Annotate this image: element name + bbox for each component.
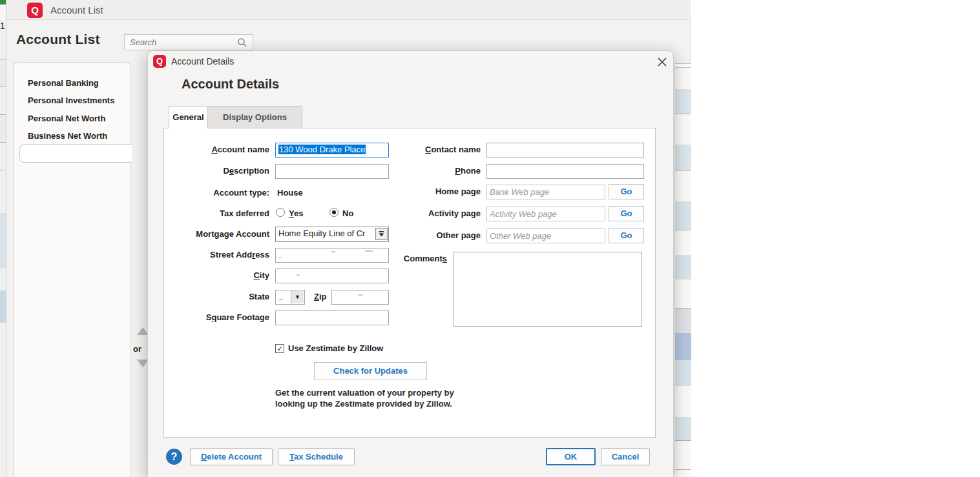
close-icon[interactable] <box>656 56 669 68</box>
check-for-updates-button[interactable]: Check for Updates <box>314 362 427 380</box>
cancel-button[interactable]: Cancel <box>601 448 650 465</box>
quicken-logo-icon: Q <box>27 3 43 18</box>
decor-stripe <box>675 333 691 360</box>
home-page-field[interactable] <box>486 185 605 199</box>
other-page-go-button[interactable]: Go <box>609 228 644 243</box>
tab-display-options[interactable]: Display Options <box>208 106 302 128</box>
redaction-artifact <box>358 294 363 296</box>
square-footage-label: Square Footage <box>164 312 269 322</box>
redaction-artifact <box>279 299 283 300</box>
decor-stripe <box>675 441 691 469</box>
search-icon <box>237 37 247 48</box>
state-label: State <box>164 292 269 301</box>
mortgage-account-value: Home Equity Line of Cr <box>278 228 374 238</box>
home-page-go-button[interactable]: Go <box>609 184 644 199</box>
redaction-artifact <box>297 274 300 276</box>
account-rows-sliver <box>675 0 691 477</box>
chevron-down-icon[interactable]: ▼ <box>291 291 304 303</box>
decor-stripe <box>675 114 691 145</box>
dialog-heading: Account Details <box>182 77 279 92</box>
decor-stripe <box>0 59 6 86</box>
contact-name-field[interactable] <box>486 143 644 157</box>
decor-stripe <box>0 143 6 170</box>
redaction-artifact <box>365 250 373 252</box>
tax-deferred-yes-radio[interactable] <box>276 208 285 217</box>
sidebar-item-all-accounts[interactable]: All Accounts <box>19 144 132 163</box>
phone-label: Phone <box>384 166 481 176</box>
sidebar-item-business-net-worth[interactable]: Business Net Worth <box>14 127 130 145</box>
comments-label: Comments <box>384 254 447 263</box>
sliver-number: 1 <box>0 21 5 31</box>
decor-stripe <box>675 279 691 308</box>
redaction-artifact <box>278 257 281 258</box>
tax-deferred-no-label[interactable]: No <box>342 208 353 218</box>
general-tab-panel: Account name 130 Wood Drake Place Descri… <box>163 128 656 438</box>
sidebar-item-personal-net-worth[interactable]: Personal Net Worth <box>14 110 130 127</box>
window-title: Account List <box>50 5 103 15</box>
reorder-or-label: or <box>133 344 141 354</box>
zip-label: Zip <box>314 292 327 301</box>
decor-stripe <box>0 323 6 477</box>
account-details-dialog: Q Account Details Account Details Genera… <box>147 50 674 477</box>
zip-field[interactable] <box>331 290 389 305</box>
decor-stripe <box>675 418 691 440</box>
account-type-value: House <box>277 188 303 198</box>
mortgage-account-combo[interactable]: Home Equity Line of Cr <box>275 227 389 242</box>
help-button[interactable]: ? <box>166 449 182 465</box>
square-footage-field[interactable] <box>275 310 389 325</box>
zestimate-info-line1: Get the current valuation of your proper… <box>275 387 454 398</box>
decor-stripe <box>675 470 691 477</box>
activity-page-label: Activity page <box>384 208 481 218</box>
selected-text: 130 Wood Drake Place <box>278 145 366 154</box>
tab-general[interactable]: General <box>169 106 208 128</box>
quicken-logo-icon: Q <box>153 55 166 68</box>
phone-field[interactable] <box>486 164 644 179</box>
tax-deferred-label: Tax deferred <box>164 208 269 218</box>
decor-stripe <box>675 68 691 89</box>
tax-schedule-button[interactable]: Tax Schedule <box>278 448 355 465</box>
sidebar-item-personal-banking[interactable]: Personal Banking <box>14 74 130 92</box>
other-page-label: Other page <box>384 230 481 240</box>
decor-stripe <box>0 213 6 268</box>
other-page-field[interactable] <box>486 228 605 243</box>
street-address-field[interactable] <box>275 248 389 263</box>
decor-stripe <box>675 255 691 279</box>
decor-stripe <box>675 201 691 231</box>
description-label: Description <box>164 166 269 176</box>
tax-deferred-no-radio[interactable] <box>329 208 339 217</box>
zestimate-info-line2: looking up the Zestimate provided by Zil… <box>275 398 454 409</box>
state-combo[interactable]: ▼ <box>275 290 305 305</box>
sidebar-item-personal-investments[interactable]: Personal Investments <box>14 92 130 109</box>
decor-stripe <box>0 170 6 213</box>
background-window-sliver: 1 <box>0 0 6 477</box>
search-box[interactable] <box>124 34 253 50</box>
account-type-label: Account type: <box>164 188 269 198</box>
dialog-title: Account Details <box>171 56 234 66</box>
account-name-label: Account name <box>164 145 269 154</box>
activity-page-go-button[interactable]: Go <box>609 206 644 221</box>
decor-stripe <box>675 145 691 170</box>
decor-stripe <box>675 231 691 255</box>
ok-button[interactable]: OK <box>546 448 596 465</box>
page-title: Account List <box>16 32 100 47</box>
comments-field[interactable] <box>454 252 642 327</box>
decor-stripe <box>0 87 6 114</box>
decor-stripe <box>0 115 6 142</box>
decor-stripe <box>0 268 6 290</box>
zestimate-info-text: Get the current valuation of your proper… <box>275 387 454 409</box>
description-field[interactable] <box>275 164 389 179</box>
decor-stripe <box>675 386 691 418</box>
city-label: City <box>164 270 269 280</box>
window-titlebar: Q Account List <box>6 0 691 20</box>
tax-deferred-yes-label[interactable]: Yes <box>289 208 303 218</box>
decor-stripe <box>675 360 691 386</box>
account-name-field[interactable]: 130 Wood Drake Place <box>275 143 389 157</box>
city-field[interactable] <box>275 269 389 283</box>
activity-page-field[interactable] <box>486 207 605 221</box>
account-group-sidebar: Personal Banking Personal Investments Pe… <box>13 62 131 477</box>
decor-stripe <box>0 0 6 5</box>
zestimate-checkbox-label[interactable]: Use Zestimate by Zillow <box>288 343 383 353</box>
delete-account-button[interactable]: Delete Account <box>190 448 273 465</box>
zestimate-checkbox[interactable]: ✓ <box>275 344 284 353</box>
search-input[interactable] <box>130 36 233 48</box>
